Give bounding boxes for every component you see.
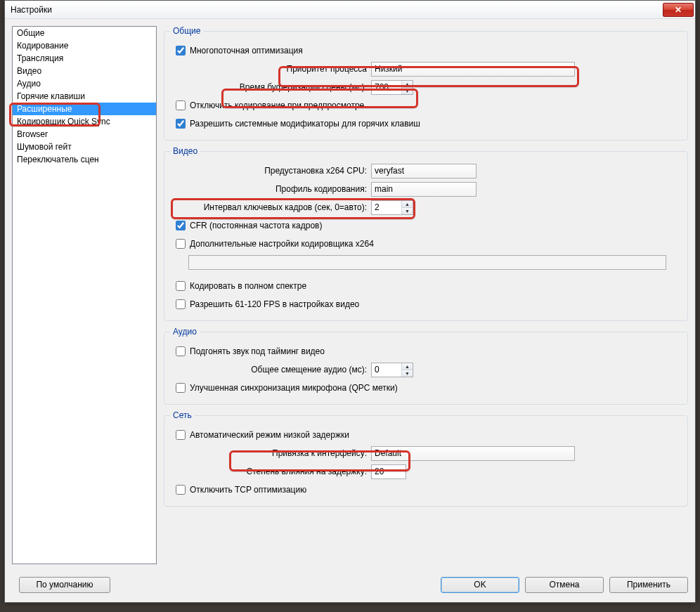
label-profile: Профиль кодирования: — [170, 184, 367, 194]
sidebar-item-audio[interactable]: Аудио — [13, 77, 156, 90]
label-priority: Приоритет процесса — [170, 64, 367, 74]
checkbox-label: Разрешить 61-120 FPS в настройках видео — [190, 299, 359, 309]
checkbox-label: Отключить TCP оптимизацию — [190, 485, 306, 495]
sidebar-item-advanced[interactable]: Расширенные — [13, 103, 156, 115]
group-general: Общие Многопоточная оптимизация Приорите… — [164, 26, 688, 141]
sidebar-item-label: Горячие клавиши — [17, 91, 85, 101]
checkbox-multicore-input[interactable] — [176, 46, 186, 56]
sidebar-item-label: Переключатель сцен — [17, 155, 99, 164]
checkbox-qpc[interactable]: Улучшенная синхронизация микрофона (QPC … — [176, 383, 398, 393]
checkbox-label: Улучшенная синхронизация микрофона (QPC … — [190, 383, 398, 393]
sidebar-item-sceneswitcher[interactable]: Переключатель сцен — [13, 153, 156, 166]
select-profile[interactable]: main — [371, 182, 477, 197]
checkbox-label: Кодировать в полном спектре — [190, 281, 306, 291]
button-bar: По умолчанию OK Отмена Применить — [12, 574, 688, 595]
sidebar-item-browser[interactable]: Browser — [13, 128, 156, 141]
checkbox-full-range[interactable]: Кодировать в полном спектре — [176, 281, 306, 291]
input-audio-offset[interactable] — [372, 363, 401, 377]
checkbox-label: CFR (постоянная частота кадров) — [190, 221, 322, 230]
checkbox-input[interactable] — [176, 383, 186, 393]
spin-up-icon[interactable]: ▲ — [402, 81, 413, 88]
checkbox-extra-x264[interactable]: Дополнительные настройки кодировщика x26… — [176, 239, 374, 249]
spin-down-icon[interactable]: ▼ — [402, 208, 413, 214]
sidebar-item-label: Видео — [17, 66, 41, 76]
ok-button[interactable]: OK — [441, 577, 519, 593]
sidebar-item-label: Кодировщик Quick Sync — [17, 117, 110, 126]
sidebar-item-noisegate[interactable]: Шумовой гейт — [13, 141, 156, 153]
checkbox-allow-hotkey-mods[interactable]: Разрешить системные модификаторы для гор… — [176, 119, 420, 129]
checkbox-input[interactable] — [176, 100, 186, 110]
sidebar-item-label: Расширенные — [17, 104, 72, 114]
sidebar-item-label: Трансляция — [17, 53, 63, 63]
close-button[interactable]: ✕ — [663, 3, 694, 17]
checkbox-disable-tcp[interactable]: Отключить TCP оптимизацию — [176, 485, 306, 495]
select-bind-interface[interactable]: Default — [371, 446, 575, 461]
sidebar-item-video[interactable]: Видео — [13, 65, 156, 77]
checkbox-input[interactable] — [176, 239, 186, 249]
spin-up-icon[interactable]: ▲ — [402, 363, 413, 370]
checkbox-label: Подгонять звук под тайминг видео — [190, 346, 325, 356]
checkbox-input[interactable] — [176, 281, 186, 291]
input-extra-x264 — [188, 255, 666, 270]
checkbox-input[interactable] — [176, 346, 186, 356]
spin-down-icon[interactable]: ▼ — [402, 370, 413, 377]
main-panel: Общие Многопоточная оптимизация Приорите… — [164, 26, 688, 564]
input-buffer[interactable] — [372, 81, 401, 94]
group-audio-title: Аудио — [170, 327, 200, 337]
label-audio-offset: Общее смещение аудио (мс): — [170, 365, 367, 375]
checkbox-disable-preview-encode[interactable]: Отключить кодирование при предпросмотре — [176, 100, 364, 110]
checkbox-input[interactable] — [176, 430, 186, 440]
select-priority[interactable]: Низкий — [371, 62, 575, 77]
spinner-audio-offset[interactable]: ▲▼ — [371, 363, 413, 377]
spinner-keyint[interactable]: ▲▼ — [371, 200, 413, 215]
sidebar-item-label: Общие — [17, 28, 44, 38]
checkbox-input[interactable] — [176, 221, 186, 230]
checkbox-auto-low-latency[interactable]: Автоматический режим низкой задержки — [176, 430, 349, 440]
checkbox-high-fps[interactable]: Разрешить 61-120 FPS в настройках видео — [176, 299, 359, 309]
checkbox-label: Многопоточная оптимизация — [190, 46, 303, 56]
label-preset: Предустановка x264 CPU: — [170, 166, 367, 176]
input-latency-factor[interactable] — [371, 464, 406, 479]
window-body: Общие Кодирование Трансляция Видео Аудио… — [5, 19, 695, 602]
checkbox-label: Дополнительные настройки кодировщика x26… — [190, 239, 374, 249]
checkbox-label: Отключить кодирование при предпросмотре — [190, 100, 364, 110]
spin-up-icon[interactable]: ▲ — [402, 201, 413, 208]
label-keyint: Интервал ключевых кадров (сек, 0=авто): — [170, 202, 367, 212]
label-buffer: Время буферизации сцены (мс): — [170, 82, 367, 92]
select-preset[interactable]: veryfast — [371, 164, 477, 178]
group-video-title: Видео — [170, 146, 200, 156]
group-network-title: Сеть — [170, 410, 195, 420]
checkbox-input[interactable] — [176, 485, 186, 495]
sidebar-item-label: Шумовой гейт — [17, 142, 72, 152]
sidebar-item-label: Аудио — [17, 79, 41, 89]
input-keyint[interactable] — [372, 201, 401, 214]
settings-window: Настройки ✕ Общие Кодирование Трансляция… — [4, 0, 696, 603]
sidebar-item-encoding[interactable]: Кодирование — [13, 39, 156, 52]
cancel-button[interactable]: Отмена — [525, 577, 604, 593]
checkbox-label: Разрешить системные модификаторы для гор… — [190, 119, 420, 129]
apply-button[interactable]: Применить — [609, 577, 688, 593]
sidebar-item-label: Browser — [17, 129, 48, 139]
sidebar: Общие Кодирование Трансляция Видео Аудио… — [12, 26, 157, 564]
window-title: Настройки — [11, 5, 663, 15]
group-general-title: Общие — [170, 26, 203, 36]
defaults-button[interactable]: По умолчанию — [19, 577, 110, 593]
group-video: Видео Предустановка x264 CPU: veryfast П… — [164, 146, 688, 321]
close-icon: ✕ — [675, 5, 682, 15]
sidebar-item-general[interactable]: Общие — [13, 27, 156, 39]
checkbox-input[interactable] — [176, 119, 186, 129]
checkbox-cfr[interactable]: CFR (постоянная частота кадров) — [176, 221, 322, 230]
spinner-buffer[interactable]: ▲▼ — [371, 80, 413, 95]
checkbox-input[interactable] — [176, 299, 186, 309]
sidebar-item-hotkeys[interactable]: Горячие клавиши — [13, 90, 156, 103]
titlebar: Настройки ✕ — [5, 1, 695, 19]
group-network: Сеть Автоматический режим низкой задержк… — [164, 410, 688, 507]
sidebar-item-broadcast[interactable]: Трансляция — [13, 52, 156, 65]
label-latency-factor: Степень влияния на задержку: — [170, 467, 367, 476]
group-audio: Аудио Подгонять звук под тайминг видео О… — [164, 327, 688, 405]
label-bind-interface: Привязка к интерфейсу: — [170, 448, 367, 458]
checkbox-force-timing[interactable]: Подгонять звук под тайминг видео — [176, 346, 325, 356]
sidebar-item-quicksync[interactable]: Кодировщик Quick Sync — [13, 115, 156, 128]
checkbox-multicore[interactable]: Многопоточная оптимизация — [176, 46, 303, 56]
spin-down-icon[interactable]: ▼ — [402, 88, 413, 94]
